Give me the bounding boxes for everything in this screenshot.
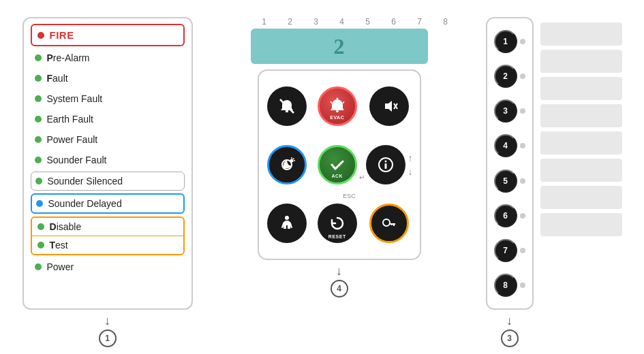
power-fault-dot [35,136,42,143]
zone-btn-3[interactable]: 3 [494,99,517,123]
ack-button[interactable]: ACK ↵ [318,145,357,184]
svg-point-3 [336,98,338,100]
zone-btn-1[interactable]: 1 [494,30,517,53]
info-icon [377,156,395,174]
svg-point-18 [383,219,390,226]
reset-label: RESET [328,234,346,239]
enter-arrow: ↵ [359,174,365,181]
right-bar-8 [540,213,622,236]
zone-row-2: 2 [494,65,525,88]
evac-button[interactable]: EVAC [318,86,357,126]
disable-test-group: Disable Test [31,216,185,255]
status-sounder-fault: Sounder Fault [31,151,185,169]
zone-indicator-1 [520,39,525,44]
mute-sounder-button[interactable] [369,86,409,126]
zone-btn-8[interactable]: 8 [494,274,517,297]
zone-row-5: 5 [494,170,525,193]
zone-indicator-7 [520,248,525,253]
control-panel: EVAC [258,69,421,260]
right-bar-4 [540,104,622,127]
zone-num-8: 8 [439,17,453,27]
mute-alarm-button[interactable] [267,86,307,126]
panel4-arrow: ↓ [336,264,342,278]
status-test: Test [32,236,183,254]
ack-label: ACK [331,174,343,178]
esc-label: ESC [343,193,356,199]
right-bar-2 [540,50,622,73]
mute-alarm-icon [277,97,296,116]
status-disable: Disable [32,218,183,236]
svg-rect-2 [336,110,339,112]
right-bar-3 [540,77,622,100]
earth-fault-label: Earth Fault [47,114,93,125]
zone-btn-5[interactable]: 5 [494,170,517,193]
zone-bar: 1 2 3 4 5 6 7 8 2 [251,17,428,64]
earth-fault-dot [35,116,42,123]
scroll-down-arrow: ↓ [408,166,413,177]
zone-row-8: 8 [494,274,525,297]
svg-line-11 [293,159,294,160]
zone-indicator-8 [520,283,525,288]
ack-icon [328,156,346,174]
zone-number-active: 2 [334,34,345,59]
system-fault-label: System Fault [47,93,103,104]
zone-num-3: 3 [309,17,323,27]
sounder-silenced-label: Sounder Silenced [48,176,123,187]
right-section: 1 2 3 4 5 [486,17,622,347]
person-button[interactable] [267,204,307,243]
sounder-fault-label: Sounder Fault [47,155,107,165]
fire-dot [37,32,44,39]
panel1-number: 1 [99,329,117,347]
svg-point-8 [290,159,294,163]
power-label: Power [47,261,74,272]
zone-num-5: 5 [361,17,375,27]
panel-3-group: 1 2 3 4 5 [486,17,534,347]
status-sounder-delayed: Sounder Delayed [31,193,185,214]
disable-dot [37,223,44,230]
right-bar-5 [540,131,622,155]
info-button[interactable] [366,145,405,184]
zone-btn-6[interactable]: 6 [494,204,517,227]
zone-num-6: 6 [387,17,401,27]
scroll-up-arrow: ↑ [408,152,413,163]
zone-row-6: 6 [494,204,525,227]
panel3-arrow: ↓ [506,314,512,328]
sounder-silenced-dot [35,178,42,184]
zone-indicator-3 [520,108,525,114]
mute-sounder-icon [380,97,399,116]
sounder-fault-dot [35,157,42,163]
main-container: FIRE Pre-Alarm Fault System Fault Earth … [16,10,629,344]
zone-btn-7[interactable]: 7 [494,239,517,262]
test-dot [37,242,44,248]
panel-1-group: FIRE Pre-Alarm Fault System Fault Earth … [22,17,193,347]
key-button[interactable] [369,204,409,243]
middle-area: 1 2 3 4 5 6 7 8 2 [201,17,478,297]
reset-button[interactable]: RESET ESC [318,204,357,243]
scroll-arrows: ↑ ↓ [408,152,413,177]
day-night-button[interactable] [267,145,307,184]
status-power: Power [31,258,185,276]
zone-indicator-2 [520,74,525,79]
status-system-fault: System Fault [31,90,185,108]
evac-label: EVAC [330,115,344,120]
pre-alarm-label: Pre-Alarm [47,52,90,63]
zone-row-1: 1 [494,30,525,53]
zone-numbers: 1 2 3 4 5 6 7 8 [251,17,453,27]
pre-alarm-dot [35,54,42,61]
test-label: Test [50,240,68,251]
panel-zones: 1 2 3 4 5 [486,17,534,310]
right-bar-7 [540,186,622,209]
zone-row-7: 7 [494,239,525,262]
right-bar-1 [540,22,622,46]
right-bar-6 [540,159,622,182]
zone-indicator-6 [520,213,525,219]
disable-label: Disable [50,221,82,232]
zone-btn-2[interactable]: 2 [494,65,517,88]
zone-display: 2 [251,29,428,64]
day-night-icon [277,155,297,175]
fault-label: Fault [47,73,68,84]
status-fire[interactable]: FIRE [31,24,185,46]
panel3-number: 3 [501,329,519,347]
zone-num-4: 4 [335,17,349,27]
zone-btn-4[interactable]: 4 [494,134,517,157]
